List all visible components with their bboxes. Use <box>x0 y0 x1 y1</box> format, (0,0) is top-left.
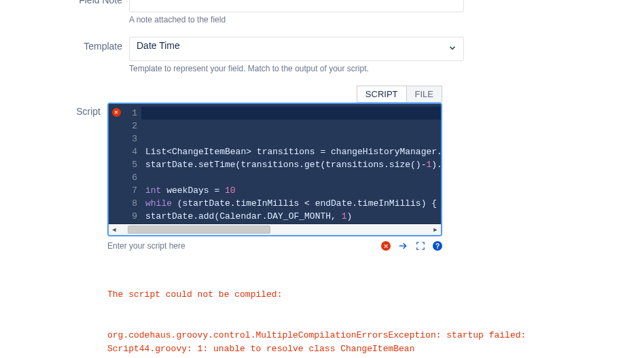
field-note-input[interactable] <box>129 0 464 12</box>
tab-script[interactable]: SCRIPT <box>357 86 407 103</box>
expand-icon[interactable] <box>415 240 426 251</box>
script-hint: Enter your script here <box>107 241 185 251</box>
scroll-thumb[interactable] <box>128 226 270 234</box>
line-number-gutter: 123456789 <box>124 104 141 223</box>
help-icon[interactable]: ? <box>433 241 442 251</box>
compile-error-block: The script could not be compiled: org.co… <box>107 261 630 358</box>
field-note-helper: A note attached to the field <box>129 15 630 24</box>
code-content[interactable]: List<ChangeItemBean> transitions = chang… <box>141 104 441 223</box>
error-gutter: ✕ <box>109 104 124 223</box>
error-body: org.codehaus.groovy.control.MultipleComp… <box>107 329 630 358</box>
run-icon[interactable] <box>397 240 408 251</box>
error-icon[interactable]: ✕ <box>381 241 391 251</box>
template-helper: Template to represent your field. Match … <box>129 64 630 73</box>
horizontal-scrollbar[interactable]: ◄ ► <box>109 223 441 235</box>
scroll-track[interactable] <box>120 224 430 236</box>
scroll-left-icon[interactable]: ◄ <box>109 224 120 236</box>
error-header: The script could not be compiled: <box>107 288 630 302</box>
script-label: Script <box>14 86 107 117</box>
template-label: Template <box>14 37 129 52</box>
template-select[interactable]: Date Time <box>129 37 464 61</box>
tab-file[interactable]: FILE <box>406 86 442 103</box>
code-editor[interactable]: ✕ 123456789 List<ChangeItemBean> transit… <box>107 103 442 236</box>
error-marker-icon: ✕ <box>112 108 121 117</box>
scroll-right-icon[interactable]: ► <box>430 224 441 236</box>
field-note-label: Field Note <box>14 0 129 5</box>
